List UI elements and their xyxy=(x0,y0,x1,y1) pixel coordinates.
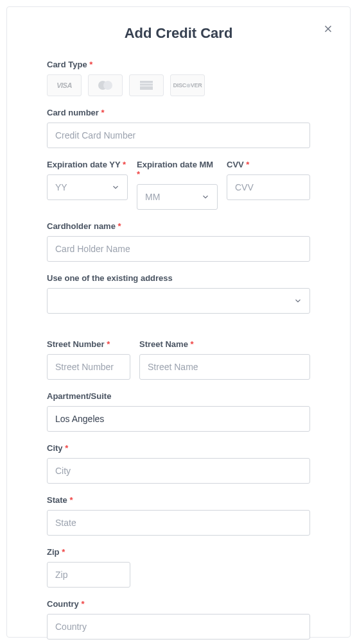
svg-rect-5 xyxy=(140,83,153,84)
country-input[interactable] xyxy=(47,614,310,640)
cvv-label: CVV * xyxy=(227,160,310,169)
card-type-discover[interactable]: DISCVER xyxy=(170,74,205,96)
exp-yy-label: Expiration date YY * xyxy=(47,160,128,169)
country-label: Country * xyxy=(47,599,310,609)
close-icon xyxy=(322,23,334,35)
street-name-label: Street Name * xyxy=(139,339,310,349)
close-button[interactable] xyxy=(319,20,337,38)
city-label: City * xyxy=(47,443,310,453)
city-input[interactable] xyxy=(47,458,310,484)
svg-rect-6 xyxy=(140,85,153,87)
exp-mm-label: Expiration date MM * xyxy=(137,160,218,179)
card-type-label: Card Type * xyxy=(47,60,310,69)
card-type-visa[interactable]: VISA xyxy=(47,74,82,96)
modal-title: Add Credit Card xyxy=(47,25,310,42)
existing-address-select[interactable] xyxy=(47,288,310,314)
card-type-options: VISA DISCVER xyxy=(47,74,310,96)
zip-label: Zip * xyxy=(47,547,310,557)
amex-icon xyxy=(139,80,154,91)
cardholder-input[interactable] xyxy=(47,236,310,262)
zip-input[interactable] xyxy=(47,562,130,588)
street-number-label: Street Number * xyxy=(47,339,130,349)
svg-point-7 xyxy=(186,84,190,88)
add-credit-card-modal: Add Credit Card Card Type * VISA DISCVER… xyxy=(6,6,351,638)
card-type-amex[interactable] xyxy=(129,74,164,96)
street-name-input[interactable] xyxy=(139,354,310,380)
card-number-input[interactable] xyxy=(47,123,310,148)
exp-mm-select[interactable] xyxy=(137,184,218,210)
card-type-mastercard[interactable] xyxy=(88,74,123,96)
visa-icon: VISA xyxy=(57,81,72,89)
street-number-input[interactable] xyxy=(47,354,130,380)
cardholder-label: Cardholder name * xyxy=(47,221,310,231)
state-label: State * xyxy=(47,495,310,505)
card-number-label: Card number * xyxy=(47,108,310,117)
exp-yy-select[interactable] xyxy=(47,174,128,200)
mastercard-icon xyxy=(96,80,115,91)
apartment-label: Apartment/Suite xyxy=(47,391,310,401)
svg-point-3 xyxy=(103,81,112,90)
discover-icon: DISCVER xyxy=(173,82,202,89)
apartment-input[interactable] xyxy=(47,406,310,432)
state-input[interactable] xyxy=(47,510,310,536)
cvv-input[interactable] xyxy=(227,174,310,200)
existing-address-label: Use one of the existing address xyxy=(47,273,310,283)
